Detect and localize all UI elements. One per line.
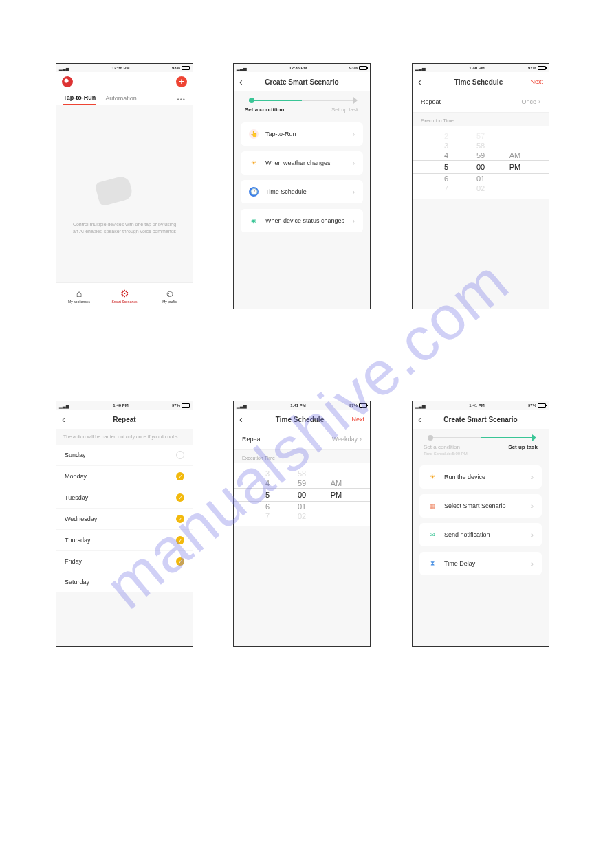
- time-picker[interactable]: 358 459AM 500PM 601 702: [234, 463, 370, 526]
- page-title: Repeat: [74, 416, 175, 423]
- empty-text-1: Control multiple devices with one tap or…: [73, 221, 176, 228]
- page-title: Create Smart Scenario: [252, 78, 352, 86]
- repeat-hint: The action will be carried out only once…: [56, 429, 193, 445]
- check-on-icon: ✓: [176, 493, 184, 502]
- condition-weather[interactable]: ☀ When weather changes›: [241, 151, 363, 175]
- step-task: Set up task: [331, 107, 359, 113]
- more-icon[interactable]: •••: [177, 96, 186, 103]
- repeat-label: Repeat: [242, 436, 262, 443]
- screen-set-up-task: ▂▃▅ 1:41 PM 97% ‹ Create Smart Scenario …: [412, 401, 549, 647]
- status-time: 1:40 PM: [469, 66, 485, 70]
- signal-icon: ▂▃▅: [237, 66, 247, 71]
- signal-icon: ▂▃▅: [415, 66, 426, 71]
- repeat-cell[interactable]: Repeat Once›: [413, 91, 549, 113]
- check-on-icon: ✓: [176, 515, 184, 523]
- screen-time-schedule-once: ▂▃▅ 1:40 PM 97% ‹ Time Schedule Next Rep…: [412, 63, 549, 309]
- task-send-notification[interactable]: ✉ Send notification›: [419, 523, 542, 546]
- repeat-cell[interactable]: Repeat Weekday›: [234, 429, 370, 450]
- back-button[interactable]: ‹: [239, 76, 252, 87]
- status-bar: ▂▃▅ 1:41 PM 97%: [234, 401, 370, 410]
- battery-pct: 97%: [349, 403, 358, 408]
- battery-pct: 97%: [528, 403, 536, 408]
- scenario-tabs: Tap-to-Run Automation •••: [56, 91, 193, 105]
- chevron-right-icon: ›: [531, 502, 534, 510]
- hourglass-icon: ⧗: [428, 559, 437, 568]
- condition-note: Time Schedule:5:00 PM: [424, 452, 468, 456]
- picker-minute[interactable]: 00: [292, 491, 312, 499]
- next-button[interactable]: Next: [527, 78, 543, 85]
- condition-tap-to-run[interactable]: 👆 Tap-to-Run›: [241, 122, 363, 146]
- status-time: 1:41 PM: [469, 403, 485, 408]
- day-wednesday[interactable]: Wednesday✓: [56, 509, 193, 530]
- sun-icon: ☀: [428, 472, 437, 482]
- signal-icon: ▂▃▅: [237, 403, 247, 408]
- execution-time-label: Execution Time: [413, 113, 549, 126]
- chevron-right-icon: ›: [360, 436, 362, 443]
- day-sunday[interactable]: Sunday: [56, 445, 193, 466]
- signal-icon: ▂▃▅: [415, 403, 426, 408]
- tab-tap-to-run[interactable]: Tap-to-Run: [63, 94, 96, 105]
- status-bar: ▂▃▅ 12:36 PM 93%: [234, 64, 370, 72]
- day-thursday[interactable]: Thursday✓: [56, 530, 193, 551]
- status-bar: ▂▃▅ 1:40 PM 97%: [413, 64, 549, 72]
- task-time-delay[interactable]: ⧗ Time Delay›: [419, 552, 542, 575]
- back-button[interactable]: ‹: [62, 414, 74, 425]
- repeat-label: Repeat: [421, 98, 441, 105]
- back-button[interactable]: ‹: [239, 414, 252, 425]
- repeat-value: Once: [521, 98, 536, 105]
- repeat-value: Weekday: [332, 436, 358, 443]
- day-tuesday[interactable]: Tuesday✓: [56, 487, 193, 509]
- signal-icon: ▂▃▅: [59, 403, 69, 408]
- picker-hour[interactable]: 5: [257, 491, 278, 499]
- time-picker[interactable]: 257 358 459AM 500PM 601 702: [413, 126, 549, 199]
- status-bar: ▂▃▅ 1:40 PM 97%: [56, 401, 193, 410]
- battery-icon: [538, 403, 546, 408]
- screen-time-schedule-weekday: ▂▃▅ 1:41 PM 97% ‹ Time Schedule Next Rep…: [233, 401, 371, 647]
- picker-ampm[interactable]: PM: [505, 163, 525, 171]
- tabbar-scenarios[interactable]: ⚙Smart Scenarios: [102, 283, 147, 309]
- chevron-right-icon: ›: [353, 159, 355, 167]
- page-title: Create Smart Scenario: [430, 416, 531, 423]
- add-button[interactable]: +: [176, 76, 187, 87]
- condition-time[interactable]: 🕐 Time Schedule›: [241, 180, 363, 203]
- task-select-scenario[interactable]: ▦ Select Smart Scenario›: [419, 494, 542, 518]
- status-bar: ▂▃▅ 12:36 PM 93%: [56, 64, 193, 72]
- step-condition: Set a condition: [424, 444, 460, 450]
- chevron-right-icon: ›: [531, 474, 534, 481]
- picker-ampm[interactable]: PM: [326, 491, 347, 499]
- step-condition: Set a condition: [245, 107, 284, 113]
- day-friday[interactable]: Friday✓: [56, 551, 193, 572]
- execution-time-label: Execution Time: [234, 450, 370, 463]
- battery-icon: [182, 403, 190, 408]
- empty-state: Control multiple devices with one tap or…: [56, 105, 193, 309]
- scenario-icon: ▦: [428, 501, 437, 511]
- tap-illustration: [97, 179, 152, 213]
- picker-hour[interactable]: 5: [436, 163, 457, 171]
- chevron-right-icon: ›: [353, 188, 355, 196]
- status-time: 12:36 PM: [289, 66, 307, 70]
- back-button[interactable]: ‹: [418, 76, 430, 87]
- day-monday[interactable]: Monday✓: [56, 466, 193, 487]
- status-time: 1:40 PM: [113, 403, 129, 408]
- home-icon: ⌂: [76, 288, 82, 299]
- tab-automation[interactable]: Automation: [105, 95, 137, 104]
- next-button[interactable]: Next: [348, 416, 364, 423]
- back-button[interactable]: ‹: [418, 414, 430, 425]
- chevron-right-icon: ›: [538, 98, 540, 105]
- tabbar-profile[interactable]: ☺My profile: [147, 283, 193, 309]
- notification-icon: ✉: [428, 530, 437, 539]
- check-on-icon: ✓: [176, 472, 184, 480]
- footer-rule: [55, 799, 559, 799]
- status-time: 12:36 PM: [111, 66, 129, 70]
- task-run-device[interactable]: ☀ Run the device›: [419, 465, 542, 489]
- day-saturday[interactable]: Saturday: [56, 572, 193, 592]
- progress-steps: Set a condition Set up task: [234, 91, 370, 118]
- battery-icon: [538, 66, 546, 70]
- picker-minute[interactable]: 00: [470, 163, 491, 171]
- chevron-right-icon: ›: [531, 560, 534, 568]
- tabbar-appliances[interactable]: ⌂My appliances: [56, 283, 102, 309]
- avatar[interactable]: [62, 76, 73, 87]
- status-time: 1:41 PM: [290, 403, 306, 408]
- condition-device-status[interactable]: ◉ When device status changes›: [241, 209, 363, 232]
- battery-pct: 93%: [172, 66, 180, 70]
